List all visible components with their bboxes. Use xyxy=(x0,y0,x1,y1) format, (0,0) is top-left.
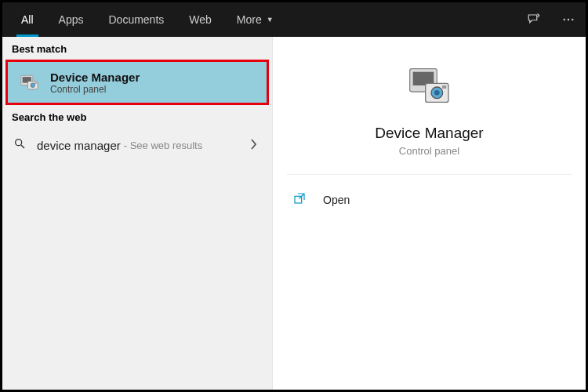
web-query: device manager xyxy=(37,139,121,152)
search-web-heading: Search the web xyxy=(2,105,272,128)
open-action[interactable]: Open xyxy=(279,184,579,215)
chevron-down-icon: ▼ xyxy=(267,16,274,24)
svg-point-6 xyxy=(31,83,35,88)
device-manager-icon-large xyxy=(405,60,455,111)
svg-point-1 xyxy=(568,19,569,20)
svg-point-14 xyxy=(434,90,440,96)
best-match-subtitle: Control panel xyxy=(50,84,140,95)
tab-web-label: Web xyxy=(189,13,212,26)
more-options-icon[interactable] xyxy=(551,2,586,37)
detail-subtitle: Control panel xyxy=(399,145,459,157)
search-tabs: All Apps Documents Web More ▼ xyxy=(2,2,586,37)
svg-rect-7 xyxy=(34,82,37,84)
tab-apps-label: Apps xyxy=(59,13,84,26)
open-icon xyxy=(293,192,309,207)
chevron-right-icon xyxy=(250,139,258,152)
detail-panel: Device Manager Control panel Open xyxy=(273,37,586,390)
web-suffix: - See web results xyxy=(124,140,202,151)
open-label: Open xyxy=(323,194,350,206)
tab-more[interactable]: More ▼ xyxy=(224,2,286,37)
feedback-icon[interactable] xyxy=(517,2,551,37)
svg-point-2 xyxy=(572,19,573,20)
search-icon xyxy=(13,137,27,153)
best-match-title: Device Manager xyxy=(50,71,140,84)
tab-web[interactable]: Web xyxy=(176,2,224,37)
tab-apps[interactable]: Apps xyxy=(46,2,96,37)
device-manager-icon xyxy=(17,70,42,95)
tab-documents[interactable]: Documents xyxy=(96,2,176,37)
svg-point-8 xyxy=(16,140,22,146)
best-match-heading: Best match xyxy=(2,37,272,60)
web-search-result[interactable]: device manager - See web results xyxy=(2,128,272,162)
tab-documents-label: Documents xyxy=(108,13,164,26)
detail-title: Device Manager xyxy=(375,125,483,142)
results-panel: Best match Device Manager Control panel … xyxy=(2,37,273,390)
best-match-result[interactable]: Device Manager Control panel xyxy=(5,60,269,105)
svg-rect-15 xyxy=(442,85,446,89)
svg-point-0 xyxy=(564,19,565,20)
tab-all[interactable]: All xyxy=(9,2,46,37)
tab-all-label: All xyxy=(21,13,34,26)
tab-more-label: More xyxy=(237,13,262,26)
svg-line-9 xyxy=(21,145,24,148)
